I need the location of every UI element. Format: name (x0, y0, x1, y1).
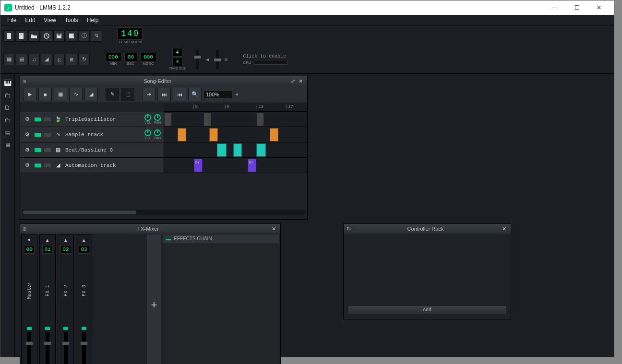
controller-rack-window[interactable]: ↻ Controller Rack ✕ Add (343, 223, 511, 319)
cpu-hint[interactable]: Click to enable (243, 54, 287, 59)
add-channel-button[interactable]: + (147, 235, 161, 364)
piano-roll-button[interactable]: ♫ (28, 54, 40, 65)
sidebar-computer[interactable]: 🖥 (3, 140, 12, 150)
gear-icon[interactable]: ⚙ (23, 146, 32, 154)
solo-toggle[interactable] (44, 117, 51, 121)
track-lane[interactable] (164, 127, 307, 142)
fx-fader[interactable] (27, 332, 31, 364)
solo-toggle[interactable] (44, 164, 51, 167)
timesig-num[interactable]: 4 (172, 48, 182, 57)
saveas-button[interactable] (66, 30, 77, 42)
fx-fader[interactable] (82, 332, 86, 364)
save-button[interactable] (53, 30, 65, 42)
export-button[interactable]: ↯ (91, 30, 102, 42)
sidebar-projects[interactable]: 🖴 (3, 128, 12, 137)
chain-toggle-icon[interactable]: ▬ (166, 236, 171, 241)
fx-fader[interactable] (46, 332, 49, 364)
track-name[interactable]: Automation track (65, 163, 164, 168)
mute-toggle[interactable] (35, 164, 41, 167)
controller-rack-close[interactable]: ✕ (500, 225, 508, 233)
clip[interactable] (203, 113, 211, 126)
solo-toggle[interactable] (44, 133, 51, 137)
recent-button[interactable] (41, 30, 52, 42)
vol-knob[interactable]: VOL (144, 129, 152, 140)
gear-icon[interactable]: ⚙ (23, 115, 32, 124)
send-icon[interactable]: ▴ (64, 237, 67, 243)
zoom-button[interactable]: 🔍 (188, 88, 202, 101)
controller-rack-button[interactable]: ↻ (78, 54, 90, 65)
track-lane[interactable] (164, 142, 307, 157)
menu-edit[interactable]: Edit (21, 16, 39, 24)
automation-button[interactable]: ⎌ (53, 54, 65, 65)
fx-mute[interactable] (63, 327, 68, 330)
send-icon[interactable]: ▴ (46, 237, 49, 243)
song-editor-max[interactable]: ⤢ (289, 77, 297, 85)
clip[interactable] (164, 113, 172, 126)
track-name[interactable]: TripleOscillator (65, 117, 141, 122)
pan-knob[interactable]: PAN (153, 129, 162, 140)
fx-channel-master[interactable]: ▾ 00 Master (21, 235, 37, 364)
skip-end-button[interactable]: ⏭ (157, 88, 171, 101)
grid-icon[interactable]: ▦ (54, 146, 62, 154)
add-track-button[interactable]: ▦ (54, 88, 67, 101)
clip[interactable] (209, 128, 218, 141)
leaf-icon[interactable]: 🍃 (54, 115, 62, 124)
clip[interactable]: Dr (194, 159, 203, 172)
track-name[interactable]: Sample track (65, 132, 141, 138)
minimize-button[interactable]: — (544, 0, 566, 15)
add-sample-button[interactable]: ∿ (69, 88, 83, 101)
play-button[interactable]: ▶ (23, 88, 36, 101)
add-automation-button[interactable]: ◢ (84, 88, 98, 101)
wave-icon[interactable]: ∿ (54, 130, 62, 139)
mute-toggle[interactable] (35, 133, 41, 137)
new-template-button[interactable] (16, 30, 27, 42)
menu-tools[interactable]: Tools (61, 16, 82, 24)
maximize-button[interactable]: ☐ (566, 0, 588, 15)
stop-button[interactable]: ■ (38, 88, 52, 101)
skip-forward-button[interactable]: ➔ (142, 88, 156, 101)
time-sec-lcd[interactable]: 00 (124, 53, 137, 61)
vol-knob[interactable]: VOL (144, 114, 152, 124)
fx-mute[interactable] (27, 327, 32, 330)
timesig-den[interactable]: 4 (172, 58, 182, 66)
fx-channel[interactable]: ▴ 02 FX 2 (58, 235, 74, 364)
menu-view[interactable]: View (40, 16, 60, 24)
master-pitch-slider[interactable] (216, 50, 219, 69)
controller-add-button[interactable]: Add (348, 306, 506, 314)
mute-toggle[interactable] (35, 148, 41, 152)
zoom-dropdown-icon[interactable]: ◂ (232, 91, 241, 97)
fx-mute[interactable] (82, 327, 86, 330)
track-lane[interactable] (164, 112, 307, 127)
clip[interactable] (256, 113, 264, 126)
song-editor-button[interactable]: ▦ (3, 54, 15, 65)
new-file-button[interactable] (3, 30, 15, 42)
sidebar-instruments[interactable]: 🎹 (3, 78, 12, 87)
select-mode-button[interactable]: ⬚ (121, 88, 134, 101)
song-editor-window[interactable]: ≡ Song-Editor ⤢ ✕ ▶ ■ ▦ ∿ ◢ ✎ ⬚ (20, 76, 308, 220)
sidebar-presets[interactable]: 🗋 (3, 103, 12, 112)
fx-fader[interactable] (64, 332, 68, 364)
bb-editor-button[interactable]: ▤ (16, 54, 27, 65)
song-timeline[interactable]: | 5 | 9 | 13 | 17 (164, 103, 307, 112)
clip[interactable] (256, 143, 266, 157)
master-volume-slider[interactable] (196, 50, 199, 69)
titlebar[interactable]: ♪ Untitled - LMMS 1.2.2 — ☐ ✕ (0, 0, 614, 15)
gear-icon[interactable]: ⚙ (23, 130, 32, 139)
skip-start-button[interactable]: ⏮ (173, 88, 186, 101)
menu-help[interactable]: Help (83, 16, 103, 24)
time-msec-lcd[interactable]: 000 (140, 53, 156, 61)
close-button[interactable]: ✕ (588, 0, 610, 15)
track-lane[interactable]: Dr Dr (164, 158, 307, 173)
clip[interactable] (270, 128, 278, 141)
h-scrollbar[interactable] (22, 210, 305, 215)
time-min-lcd[interactable]: 000 (105, 53, 121, 61)
fx-mixer-button[interactable]: ◢ (41, 54, 52, 65)
fx-mixer-window[interactable]: ⎚ FX-Mixer ✕ ▾ 00 Master ▴ (20, 223, 281, 364)
sidebar-samples[interactable]: 🗀 (3, 90, 12, 100)
send-icon[interactable]: ▾ (28, 237, 31, 243)
solo-toggle[interactable] (44, 148, 51, 152)
clip[interactable] (233, 143, 242, 157)
sidebar-home[interactable]: 🗀 (3, 115, 12, 125)
zoom-input[interactable] (203, 90, 232, 99)
fx-mixer-close[interactable]: ✕ (270, 225, 277, 233)
